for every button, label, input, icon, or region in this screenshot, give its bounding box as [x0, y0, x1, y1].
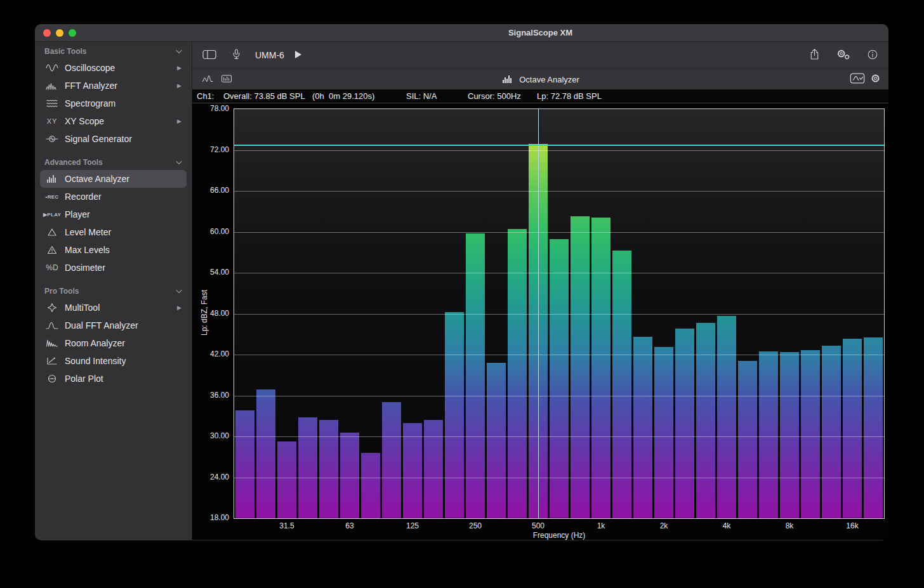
- bar-630hz[interactable]: [550, 239, 569, 518]
- tool-settings-button[interactable]: [870, 73, 881, 86]
- bar-200hz[interactable]: [445, 312, 464, 518]
- bar-250hz[interactable]: [466, 233, 485, 518]
- minimize-button[interactable]: [56, 29, 63, 37]
- gridline-24: [234, 478, 884, 478]
- input-device-button[interactable]: [232, 49, 241, 62]
- bar-5khz[interactable]: [738, 361, 757, 518]
- bar-6.3khz[interactable]: [759, 351, 778, 518]
- y-tick-label: 24.00: [194, 472, 229, 482]
- bar-3.15khz[interactable]: [696, 323, 715, 519]
- section-label: Basic Tools: [44, 47, 86, 56]
- sidebar-item-dosimeter[interactable]: %DDosimeter: [40, 259, 187, 277]
- sidebar-item-xy-scope[interactable]: XYXY Scope▶: [40, 112, 187, 130]
- gridline-54: [234, 273, 884, 273]
- bar-2khz[interactable]: [654, 347, 673, 518]
- y-tick-label: 72.00: [194, 145, 229, 155]
- y-tick-label: 66.00: [194, 185, 229, 195]
- section-header-advanced-tools[interactable]: Advanced Tools: [41, 157, 185, 168]
- bar-40hz[interactable]: [298, 417, 317, 518]
- bar-1khz[interactable]: [591, 218, 610, 518]
- y-tick-label: 42.00: [194, 349, 229, 359]
- settings-button[interactable]: [836, 49, 850, 62]
- bar-315hz[interactable]: [487, 363, 506, 518]
- sidebar-item-signal-generator[interactable]: Signal Generator: [40, 130, 187, 148]
- bar-80hz[interactable]: [361, 453, 380, 518]
- sidebar-item-dual-fft-analyzer[interactable]: Dual FFT Analyzer: [40, 317, 187, 334]
- chart-view-button[interactable]: [850, 73, 865, 86]
- sidebar-item-label: Player: [65, 209, 90, 219]
- sidebar-item-label: Spectrogram: [65, 98, 116, 108]
- share-button[interactable]: [809, 48, 820, 62]
- main-area: UMM-6 Octave Analyzer: [192, 42, 888, 540]
- bar-160hz[interactable]: [424, 420, 443, 518]
- bar-50hz[interactable]: [319, 420, 338, 518]
- sidebar: Basic ToolsOscilloscope▶FFT Analyzer▶Spe…: [35, 42, 192, 540]
- sound-intensity-icon: [44, 356, 60, 366]
- sidebar-item-label: Octave Analyzer: [65, 174, 129, 184]
- bar-2.5khz[interactable]: [675, 329, 694, 518]
- gridline-36: [234, 396, 884, 396]
- plot-area[interactable]: [234, 108, 885, 519]
- sidebar-item-label: Room Analyzer: [65, 338, 125, 348]
- info-button[interactable]: [867, 49, 878, 62]
- frequency-cursor-line[interactable]: [538, 109, 539, 518]
- start-button[interactable]: [294, 50, 302, 61]
- bar-25hz[interactable]: [256, 389, 275, 518]
- sidebar-item-player[interactable]: ▶PLAYPlayer: [40, 206, 187, 223]
- sidebar-item-level-meter[interactable]: Level Meter: [40, 223, 187, 241]
- status-channel: Ch1:: [197, 91, 214, 101]
- sidebar-item-multitool[interactable]: MultiTool▶: [40, 299, 187, 317]
- bar-8khz[interactable]: [780, 352, 799, 518]
- octave-bars-icon: [44, 174, 60, 184]
- tool-title: Octave Analyzer: [519, 75, 579, 84]
- bar-12.5khz[interactable]: [822, 346, 841, 518]
- y-tick-label: 18.00: [194, 513, 229, 523]
- close-button[interactable]: [43, 29, 51, 37]
- dual-fft-icon: [44, 320, 60, 330]
- section-label: Advanced Tools: [44, 158, 103, 167]
- bar-4khz[interactable]: [717, 316, 736, 518]
- sidebar-item-polar-plot[interactable]: Polar Plot: [40, 370, 187, 388]
- section-label: Pro Tools: [44, 287, 79, 296]
- bar-31.5hz[interactable]: [277, 441, 296, 519]
- status-cursor: Cursor: 500Hz: [468, 91, 521, 101]
- sidebar-item-oscilloscope[interactable]: Oscilloscope▶: [40, 59, 187, 77]
- bar-10khz[interactable]: [801, 350, 820, 519]
- sidebar-item-label: Dual FFT Analyzer: [65, 320, 138, 330]
- sidebar-item-fft-analyzer[interactable]: FFT Analyzer▶: [40, 77, 187, 95]
- warning-icon: [44, 245, 60, 255]
- status-bar: Ch1: Overall: 73.85 dB SPL (0h 0m 29.120…: [192, 89, 888, 103]
- toggle-sidebar-button[interactable]: [202, 49, 216, 62]
- device-name[interactable]: UMM-6: [255, 50, 284, 60]
- fft-icon: [44, 81, 60, 91]
- sidebar-item-spectrogram[interactable]: Spectrogram: [40, 95, 187, 112]
- section-header-basic-tools[interactable]: Basic Tools: [41, 46, 185, 57]
- sidebar-item-recorder[interactable]: •RECRecorder: [40, 188, 187, 206]
- sidebar-item-label: XY Scope: [65, 116, 104, 126]
- bar-125hz[interactable]: [403, 423, 422, 519]
- sidebar-item-max-levels[interactable]: Max Levels: [40, 241, 187, 259]
- section-header-pro-tools[interactable]: Pro Tools: [41, 285, 185, 297]
- sidebar-item-octave-analyzer[interactable]: Octave Analyzer: [40, 170, 187, 188]
- play-text-icon: ▶PLAY: [44, 212, 60, 218]
- gear-icon: [870, 73, 881, 86]
- x-tick-label: 63: [331, 521, 369, 530]
- sidebar-item-room-analyzer[interactable]: Room Analyzer: [40, 334, 187, 352]
- bar-63hz[interactable]: [340, 433, 359, 519]
- play-icon: [294, 50, 302, 61]
- x-tick-label: 31.5: [268, 521, 306, 530]
- zoom-button[interactable]: [69, 29, 76, 37]
- tool-title-group[interactable]: Octave Analyzer: [192, 74, 888, 84]
- disclosure-icon: ▶: [177, 82, 182, 89]
- titlebar: SignalScope XM: [35, 24, 888, 42]
- bar-100hz[interactable]: [382, 402, 401, 518]
- sidebar-item-sound-intensity[interactable]: Sound Intensity: [40, 352, 187, 370]
- bar-1.6khz[interactable]: [633, 337, 652, 518]
- sidebar-item-label: Sound Intensity: [65, 356, 126, 366]
- bar-800hz[interactable]: [571, 216, 590, 518]
- bar-20hz[interactable]: [235, 410, 254, 518]
- bar-20khz[interactable]: [864, 337, 883, 518]
- bar-16khz[interactable]: [843, 339, 862, 518]
- sidebar-item-label: Level Meter: [65, 227, 111, 237]
- bar-1.25khz[interactable]: [612, 251, 631, 519]
